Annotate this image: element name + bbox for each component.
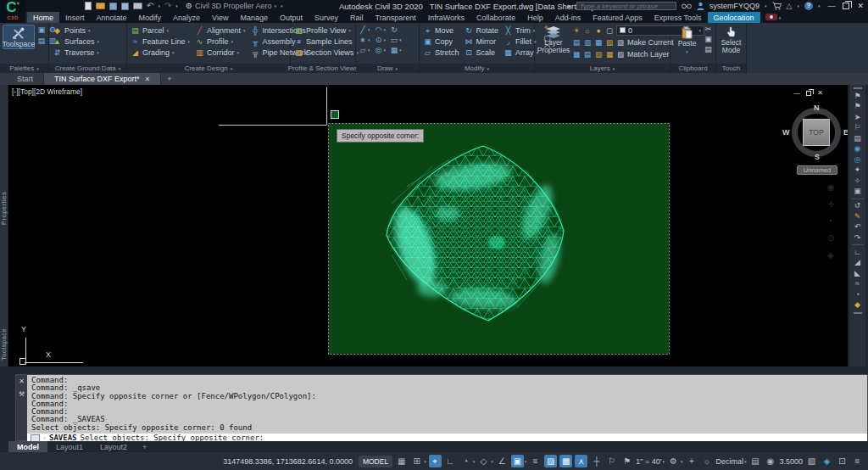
layer-color-icon[interactable]: ▢ <box>605 26 614 35</box>
line-tool[interactable]: ╱▾ <box>359 25 370 34</box>
application-menu-button[interactable]: C▾ C3D <box>0 0 25 23</box>
feature-line-button[interactable]: ≈Feature Line▾ <box>130 36 191 47</box>
layer-freeze-icon[interactable]: ☼ <box>583 26 592 35</box>
coordinates-display[interactable]: 3147498.3386, 1713682.6614, 0.0000 <box>223 457 353 466</box>
trim-button[interactable]: ╳Trim▾ <box>503 25 539 36</box>
select-mode-button[interactable]: Select Mode <box>719 25 743 54</box>
tool-icon[interactable]: ➤ <box>854 113 861 122</box>
viewcube-west[interactable]: W <box>782 128 790 137</box>
autodesk-connect-icon[interactable]: △ <box>787 2 793 10</box>
user-icon[interactable] <box>697 2 704 10</box>
object-snap-toggle[interactable]: ▣ <box>511 455 524 467</box>
match-layer-button[interactable]: Match Layer <box>627 50 670 59</box>
autoscale-toggle[interactable]: ⚑ <box>620 455 633 467</box>
tab-annotate[interactable]: Annotate <box>91 12 133 23</box>
search-expand-icon[interactable]: ▸ <box>567 2 571 10</box>
tab-survey[interactable]: Survey <box>309 12 344 23</box>
command-history[interactable]: Command: Command: _qsave Command: Specif… <box>27 375 867 434</box>
tool-icon[interactable]: ▣ <box>854 187 861 196</box>
parcel-button[interactable]: ▤Parcel▾ <box>130 25 191 36</box>
fillet-button[interactable]: ◞Fillet▾ <box>503 36 539 47</box>
doc-restore-button[interactable] <box>806 91 811 96</box>
model-space-button[interactable]: MODEL <box>359 456 392 467</box>
signed-in-user[interactable]: systemFYQQ9 <box>709 2 760 10</box>
viewcube-south[interactable]: S <box>815 153 820 161</box>
layer-properties-button[interactable]: Layer Properties <box>537 25 570 54</box>
survey-palette-icon[interactable]: ▤ <box>36 36 47 46</box>
redo-caret-icon[interactable]: ▾ <box>175 3 178 8</box>
paste-special-icon[interactable]: ▤ <box>704 45 713 53</box>
undo-icon[interactable]: ↶ <box>147 2 153 10</box>
connect-caret-icon[interactable]: ▾ <box>797 3 799 8</box>
gear-caret-icon[interactable]: ▾ <box>681 459 683 464</box>
arc-tool[interactable]: ◠▾ <box>375 25 387 34</box>
search-input[interactable] <box>576 2 676 10</box>
stretch-button[interactable]: ▱Stretch <box>422 47 460 58</box>
layer-tool-icon[interactable]: ▤ <box>583 50 592 59</box>
command-close-icon[interactable]: ✕ <box>19 378 25 385</box>
circle-tool[interactable]: ⊙▾ <box>375 36 387 44</box>
viewcube-top-face[interactable]: TOP <box>803 119 830 146</box>
tool-icon[interactable]: ✧ <box>854 176 861 186</box>
file-tab-start[interactable]: Start <box>7 73 44 85</box>
layer-lock-icon[interactable]: ● <box>594 26 603 35</box>
cut-icon[interactable]: ✂ <box>704 25 713 33</box>
panel-title-modify[interactable]: Modify▾ <box>420 64 534 73</box>
layer-tool-icon[interactable]: ▥ <box>583 38 592 47</box>
open-icon[interactable] <box>96 3 105 9</box>
profile-view-button[interactable]: ▧Profile View▾ <box>293 25 359 36</box>
user-caret-icon[interactable]: ▾ <box>765 3 767 8</box>
drawing-viewport[interactable]: Y X [-][Top][2D Wireframe] — ✕ Specify o… <box>8 85 848 366</box>
tab-infraworks[interactable]: InfraWorks <box>422 12 470 23</box>
layer-tool-icon[interactable]: ▧ <box>605 38 614 47</box>
3d-object-snap-toggle[interactable]: ⋏ <box>575 455 587 467</box>
panel-title-clipboard[interactable]: Clipboard <box>670 64 715 73</box>
tab-help[interactable]: Help <box>521 12 549 23</box>
tool-icon[interactable]: ◆ <box>854 300 860 310</box>
workspace-switcher[interactable]: ⚙ Civil 3D Propeller Aero ▾ <box>186 2 276 10</box>
panel-title-profile-section-views[interactable]: Profile & Section Views <box>291 64 355 73</box>
showmotion-icon[interactable]: ◈ <box>827 250 835 260</box>
tool-icon[interactable]: ◣ <box>854 269 860 278</box>
paste-button[interactable]: Paste ▾ <box>673 25 701 56</box>
layout1-tab[interactable]: Layout1 <box>47 441 92 452</box>
osnap-caret-icon[interactable]: ▾ <box>525 459 527 464</box>
toolbar-grip[interactable] <box>854 312 862 314</box>
z-value-display[interactable]: 3.5000 <box>779 457 803 466</box>
alignment-button[interactable]: ╱Alignment▾ <box>194 25 247 36</box>
command-window[interactable]: ✕ ⚒ Command: Command: _qsave Command: Sp… <box>15 374 868 441</box>
units-button[interactable]: Decimal <box>715 457 743 466</box>
customization-button[interactable]: + <box>685 455 698 467</box>
rotate-button[interactable]: ↻Rotate <box>464 25 500 36</box>
toolbar-grip[interactable] <box>854 87 862 89</box>
tool-icon[interactable]: ▤ <box>854 134 861 143</box>
grading-button[interactable]: ◢Grading▾ <box>130 47 191 58</box>
tab-express-tools[interactable]: Express Tools <box>648 12 708 23</box>
corridor-button[interactable]: ▥Corridor▾ <box>194 47 247 58</box>
tool-icon[interactable]: ∟ <box>854 248 861 257</box>
quick-properties-toggle[interactable]: ▤ <box>748 455 761 467</box>
app-store-cart-icon[interactable] <box>772 2 782 10</box>
plot-icon[interactable] <box>133 3 142 9</box>
grid-toggle[interactable]: ▦ <box>395 455 408 467</box>
ellipse-tool[interactable]: ◎▾ <box>375 46 387 54</box>
make-current-button[interactable]: Make Current <box>627 38 674 47</box>
region-tool[interactable]: ▱▾ <box>359 46 370 54</box>
tool-icon[interactable]: ◢ <box>854 258 860 267</box>
isodraft-caret-icon[interactable]: ▾ <box>491 459 493 464</box>
array-button[interactable]: ▦Array▾ <box>503 47 539 58</box>
undo-caret-icon[interactable]: ▾ <box>158 3 160 8</box>
scale-caret-icon[interactable]: ▾ <box>662 459 665 464</box>
panel-title-draw[interactable]: Draw▾ <box>356 64 419 73</box>
properties-palette-tab[interactable]: Properties <box>0 174 8 242</box>
snap-toggle[interactable]: ⊞ <box>410 455 423 467</box>
tab-home[interactable]: Home <box>27 12 59 23</box>
dynamic-input-toggle[interactable]: ⌖ <box>429 455 442 467</box>
viewcube-east[interactable]: E <box>843 128 848 137</box>
tab-manage[interactable]: Manage <box>234 12 274 23</box>
move-button[interactable]: ⌖Move <box>422 25 460 36</box>
ortho-toggle[interactable]: ∟ <box>444 455 457 467</box>
polar-caret-icon[interactable]: ▾ <box>473 459 476 464</box>
layer-tool-icon[interactable]: ▦ <box>605 50 614 59</box>
globe-icon[interactable]: ◉ <box>764 455 776 467</box>
